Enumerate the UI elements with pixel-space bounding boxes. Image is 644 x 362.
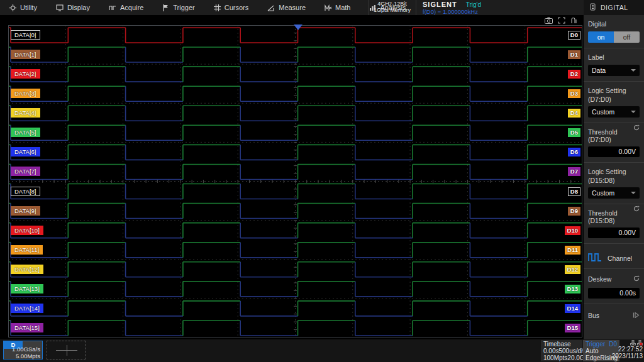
channel-tag-d7[interactable]: D7 [568,167,580,176]
divider [584,48,644,48]
logic-setting2-range: (D15:D8) [588,177,640,184]
timebase-title: Timebase [543,341,571,348]
channel-label-d3[interactable]: DATA[3] [11,89,40,98]
lan-icon [630,340,636,346]
channel-tag-d1[interactable]: D1 [568,50,580,59]
channel-tag-d15[interactable]: D15 [565,324,580,332]
oscilloscope-screen: Utility Display Acquire Trigger Cursors … [0,0,644,362]
timebase-panel[interactable]: Timebase 0.00s 500us/div 100Mpts 20.0GSa… [541,340,582,361]
channel-tag-d10[interactable]: D10 [565,226,580,235]
channel-label-d15[interactable]: DATA[15] [11,323,43,332]
channel-label-d1[interactable]: DATA[1] [11,50,40,59]
menu-display-label: Display [67,4,90,11]
chevron-down-icon [631,111,636,113]
menu-acquire[interactable]: Acquire [99,0,153,15]
channel-tag-d0[interactable]: D0 [568,31,580,40]
clock-time: 22:27:52 [612,346,643,353]
channel-tag-d2[interactable]: D2 [568,70,580,79]
refresh-icon[interactable] [633,275,640,283]
channel-label-d7[interactable]: DATA[7] [11,167,40,176]
channel-tag-d9[interactable]: D9 [568,207,580,216]
menu-math[interactable]: Math [315,0,360,15]
spec-bandwidth: 4GHz-12Bit [374,1,411,7]
logic-setting1-value: Custom [592,108,614,116]
menu-utility[interactable]: Utility [0,0,47,15]
logic-setting2-label: Logic Setting [588,168,640,175]
divider [584,162,644,163]
channel-tag-d12[interactable]: D12 [565,265,580,274]
channel-label-d2[interactable]: DATA[2] [11,69,40,79]
add-channel-button[interactable] [47,341,86,359]
threshold2-input[interactable]: 0.00V [588,228,640,238]
expand-arrow-icon [633,312,640,319]
channel-tag-d3[interactable]: D3 [568,89,580,98]
plot-region[interactable]: DATA[0]D0DATA[1]D1DATA[2]D2DATA[3]D3DATA… [8,25,582,337]
channel-label-d4[interactable]: DATA[4] [11,108,40,118]
menu-cursors[interactable]: Cursors [204,0,258,15]
timebase-delay: 0.00s [543,348,558,354]
brand-cell: SIGLENT Trig'd f(D0) = 1.000000kHz [416,0,485,15]
label-dropdown[interactable]: Data [588,65,640,76]
channel-label-d13[interactable]: DATA[13] [11,284,43,293]
channel-label-d0[interactable]: DATA[0] [11,30,40,40]
channel-label-d9[interactable]: DATA[9] [11,206,40,216]
threshold1-input[interactable]: 0.00V [588,146,640,157]
status-bar: D 1.00GSa/s 5.00Mpts Timebase 0.00s 500u… [0,339,644,362]
panel-header[interactable]: DIGITAL [584,0,644,15]
waveform-display[interactable]: DATA[0]D0DATA[1]D1DATA[2]D2DATA[3]D3DATA… [0,15,584,339]
monitor-icon [56,4,64,11]
digital-on-button[interactable]: on [588,31,614,43]
refresh-icon[interactable] [633,124,640,132]
bus-button[interactable]: Bus [588,312,640,319]
chevron-down-icon [631,69,636,72]
channel-label-d5[interactable]: DATA[5] [11,128,40,137]
divider [584,304,644,304]
deskew-input[interactable]: 0.00s [588,288,640,299]
clock-date: 2023/11/13 [612,353,643,359]
spec-memory: 1Gpts Memory [374,7,411,13]
menu-acquire-label: Acquire [120,4,143,11]
channel-button-label: Channel [608,255,632,262]
channel-label-d14[interactable]: DATA[14] [11,304,43,313]
refresh-icon[interactable] [633,206,640,213]
menu-display[interactable]: Display [47,0,99,15]
digital-channel-descriptor[interactable]: D 1.00GSa/s 5.00Mpts [3,341,43,359]
camera-icon[interactable] [545,17,553,24]
digital-label: Digital [588,20,640,28]
divider [584,268,644,269]
logic-setting2-dropdown[interactable]: Custom [588,187,640,199]
acquire-icon [109,4,116,11]
menu-trigger[interactable]: Trigger [153,0,204,15]
channel-tag-d5[interactable]: D5 [568,128,580,137]
channel-button[interactable]: Channel [588,253,640,263]
menu-measure[interactable]: Measure [258,0,315,15]
threshold1-range: (D7:D0) [588,136,618,143]
channel-label-d11[interactable]: DATA[11] [11,245,43,255]
channel-tag-d4[interactable]: D4 [568,109,580,118]
channel-tag-d11[interactable]: D11 [565,246,580,255]
top-info: 4GHz-12Bit 1Gpts Memory SIGLENT Trig'd f… [368,0,485,15]
channel-tag-d6[interactable]: D6 [568,148,580,156]
channel-waveform-icon [588,253,602,263]
divider [584,243,644,244]
channel-label-d8[interactable]: DATA[8] [11,187,40,196]
clock: 22:27:52 2023/11/13 [612,340,643,359]
channel-tag-d13[interactable]: D13 [565,285,580,293]
chevron-down-icon [631,192,636,194]
logic-setting1-dropdown[interactable]: Custom [588,106,640,118]
channel-label-d12[interactable]: DATA[12] [11,265,43,274]
frequency-readout: f(D0) = 1.000000kHz [423,8,478,15]
trigger-position-marker[interactable] [294,25,303,30]
channel-label-d6[interactable]: DATA[6] [11,147,40,156]
timebase-points: 100Mpts [543,354,567,361]
menu-bar: Utility Display Acquire Trigger Cursors … [0,0,584,15]
flag-icon [162,4,169,11]
touch-icon[interactable] [570,17,577,24]
fullscreen-icon[interactable] [558,17,565,24]
channel-tag-d14[interactable]: D14 [565,304,580,313]
channel-label-d10[interactable]: DATA[10] [11,226,43,235]
label-dropdown-value: Data [592,67,606,74]
digital-off-button[interactable]: off [614,31,640,43]
channel-tag-d8[interactable]: D8 [568,187,580,196]
menu-measure-label: Measure [279,4,306,11]
